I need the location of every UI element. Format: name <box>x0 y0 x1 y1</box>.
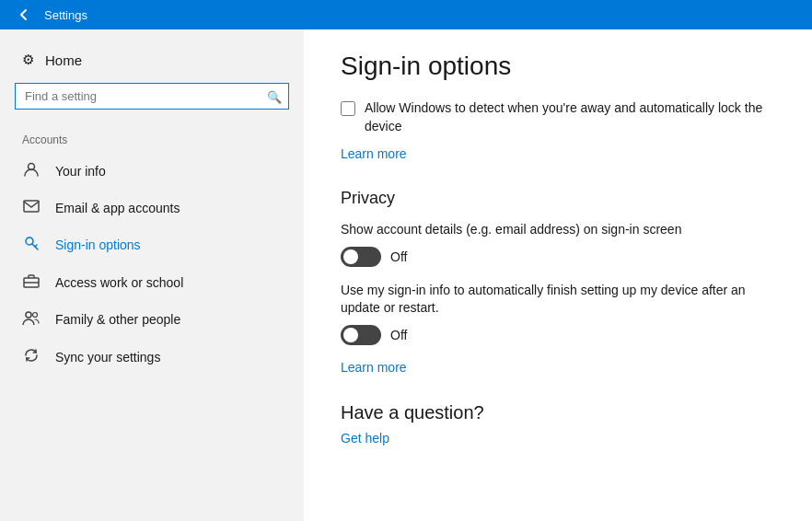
content-panel: Sign-in options Allow Windows to detect … <box>304 29 812 521</box>
page-title: Sign-in options <box>341 52 775 81</box>
get-help-link[interactable]: Get help <box>341 431 389 446</box>
sidebar-item-sign-in-options[interactable]: Sign-in options <box>0 226 304 264</box>
toggle1-thumb <box>343 249 358 264</box>
search-icon: 🔍 <box>267 89 282 103</box>
sidebar-item-access-work-school[interactable]: Access work or school <box>0 264 304 301</box>
auto-lock-checkbox[interactable] <box>341 101 355 116</box>
learn-more-link-1[interactable]: Learn more <box>341 146 407 161</box>
titlebar: Settings <box>0 0 812 29</box>
accounts-section-label: Accounts <box>0 124 304 152</box>
sidebar-item-label: Email & app accounts <box>55 201 180 215</box>
learn-more-link-2[interactable]: Learn more <box>341 360 407 375</box>
toggle2-track <box>341 325 381 345</box>
svg-rect-2 <box>24 201 39 212</box>
sidebar-home-label: Home <box>45 52 82 68</box>
toggle1-label: Off <box>390 249 407 264</box>
sidebar-item-label: Access work or school <box>55 275 183 290</box>
toggle2-label: Off <box>390 328 407 342</box>
svg-point-6 <box>26 312 31 318</box>
titlebar-title: Settings <box>44 8 87 22</box>
toggle2-thumb <box>343 328 358 342</box>
auto-finish-description: Use my sign-in info to automatically fin… <box>341 282 775 318</box>
sidebar-item-label: Sign-in options <box>55 237 141 252</box>
briefcase-icon <box>22 273 41 292</box>
key-icon <box>22 235 41 255</box>
show-account-toggle[interactable] <box>341 247 381 267</box>
sidebar-item-family-other-people[interactable]: Family & other people <box>0 301 304 338</box>
sidebar-item-label: Family & other people <box>55 312 180 327</box>
sidebar: Home 🔍 Accounts Your info <box>0 29 304 521</box>
sidebar-item-label: Your info <box>55 164 106 179</box>
sidebar-item-label: Sync your settings <box>55 350 160 365</box>
email-icon <box>22 200 41 216</box>
toggle1-row: Off <box>341 247 775 267</box>
auto-lock-label: Allow Windows to detect when you're away… <box>365 99 775 135</box>
auto-lock-row: Allow Windows to detect when you're away… <box>341 99 775 135</box>
toggle2-row: Off <box>341 325 775 345</box>
family-icon <box>22 310 41 329</box>
sidebar-item-email-accounts[interactable]: Email & app accounts <box>0 191 304 226</box>
person-icon <box>22 161 41 181</box>
toggle1-track <box>341 247 381 267</box>
main-layout: Home 🔍 Accounts Your info <box>0 29 812 521</box>
sync-icon <box>22 347 41 367</box>
search-input[interactable] <box>15 83 289 110</box>
show-account-details-description: Show account details (e.g. email address… <box>341 221 775 239</box>
sidebar-item-home[interactable]: Home <box>0 44 304 75</box>
back-button[interactable] <box>11 2 37 28</box>
have-question-heading: Have a question? <box>341 402 775 423</box>
sidebar-item-sync-settings[interactable]: Sync your settings <box>0 338 304 376</box>
sidebar-item-your-info[interactable]: Your info <box>0 152 304 191</box>
gear-icon <box>22 52 34 68</box>
svg-point-7 <box>33 313 38 318</box>
search-container: 🔍 <box>15 83 289 110</box>
auto-finish-toggle[interactable] <box>341 325 381 345</box>
privacy-heading: Privacy <box>341 189 775 208</box>
